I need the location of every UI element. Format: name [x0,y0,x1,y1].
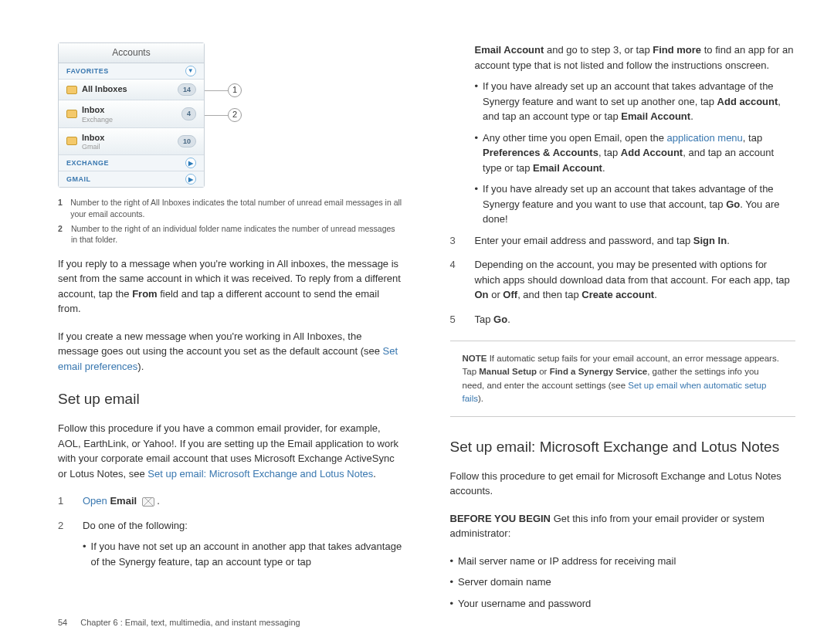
callout-2: 2 [228,108,242,122]
email-icon [142,497,154,507]
step-1: 1 Open Email . [58,493,404,509]
all-inboxes-label: All Inboxes [82,83,127,95]
bullet-item: Your username and password [450,596,796,612]
before-you-begin: BEFORE YOU BEGIN Get this info from your… [450,511,796,541]
expand-icon: ▶ [185,174,196,185]
exchange-label: EXCHANGE [66,158,109,168]
setup-intro: Follow this procedure if you have a comm… [58,421,404,481]
inbox-gmail-row: Inbox Gmail 10 [59,128,204,155]
page-footer: 54 Chapter 6 : Email, text, multimedia, … [58,617,300,629]
inbox-label: Inbox [82,104,113,116]
cont-email-account: Email Account and go to step 3, or tap F… [475,42,796,73]
body-paragraph: If you reply to a message when you're wo… [58,256,404,317]
step-5: 5 Tap Go. [450,312,796,327]
gmail-label: GMAIL [66,175,91,185]
gmail-section: GMAIL ▶ [59,171,204,187]
email-label: Email [110,495,137,507]
callout-line [205,90,228,91]
bullet-item: Mail server name or IP address for recei… [450,554,796,569]
favorites-section: FAVORITES ▼ [59,63,204,80]
folder-icon [66,110,77,118]
inbox-exchange-row: Inbox Exchange 4 [59,100,204,127]
link-application-menu[interactable]: application menu [667,132,743,144]
folder-icon [66,86,77,94]
before-list: Mail server name or IP address for recei… [450,554,796,612]
callout-1: 1 [228,83,242,97]
heading-exchange-lotus: Set up email: Microsoft Exchange and Lot… [450,437,796,458]
inbox-label: Inbox [82,132,104,144]
step-number: 5 [450,312,461,327]
accounts-screenshot: Accounts FAVORITES ▼ All Inboxes 14 [58,42,205,188]
step-3: 3 Enter your email address and password,… [450,233,796,249]
heading-setup-email: Set up email [58,389,404,410]
link-open[interactable]: Open [83,495,107,507]
legend-num: 2 [58,223,65,246]
step-number: 2 [58,518,69,576]
folder-icon [66,137,77,145]
inbox-sub: Gmail [82,144,104,151]
expand-icon: ▶ [185,158,196,168]
legend-num: 1 [58,197,64,219]
legend-text: Number to the right of All Inboxes indic… [70,197,403,219]
step-number: 4 [450,257,461,303]
exchange-intro: Follow this procedure to get email for M… [450,469,796,499]
bullet-item: Server domain name [450,575,796,590]
step-4: 4 Depending on the account, you may be p… [450,257,796,303]
page-number: 54 [58,618,67,627]
exchange-section: EXCHANGE ▶ [59,155,204,171]
inbox-sub: Exchange [82,117,113,124]
step-number: 3 [450,233,461,249]
bullet-item: Any other time you open Email, open the … [475,130,796,176]
step-text: Do one of the following: [83,520,188,531]
gmail-badge: 10 [178,135,196,148]
all-inboxes-badge: 14 [178,83,196,97]
note-box: NOTE If automatic setup fails for your e… [450,341,796,417]
chapter-label: Chapter 6 : Email, text, multimedia, and… [80,618,300,627]
bullet-item: If you have already set up an account th… [475,181,796,227]
legend-text: Number to the right of an individual fol… [71,223,404,246]
all-inboxes-row: All Inboxes 14 [59,80,204,101]
exchange-badge: 4 [181,107,196,120]
dropdown-icon: ▼ [185,66,196,76]
step-number: 1 [58,493,69,509]
bullet-item: If you have already set up an account th… [475,79,796,124]
link-exchange-lotus[interactable]: Set up email: Microsoft Exchange and Lot… [147,468,373,480]
body-paragraph: If you create a new message when you're … [58,329,404,375]
bullet-item: If you have not set up an account in ano… [83,539,404,569]
favorites-label: FAVORITES [66,66,109,76]
screenshot-legend: 1Number to the right of All Inboxes indi… [58,197,404,246]
step-2: 2 Do one of the following: If you have n… [58,518,404,576]
callout-line [205,115,228,116]
phone-title: Accounts [59,43,204,63]
